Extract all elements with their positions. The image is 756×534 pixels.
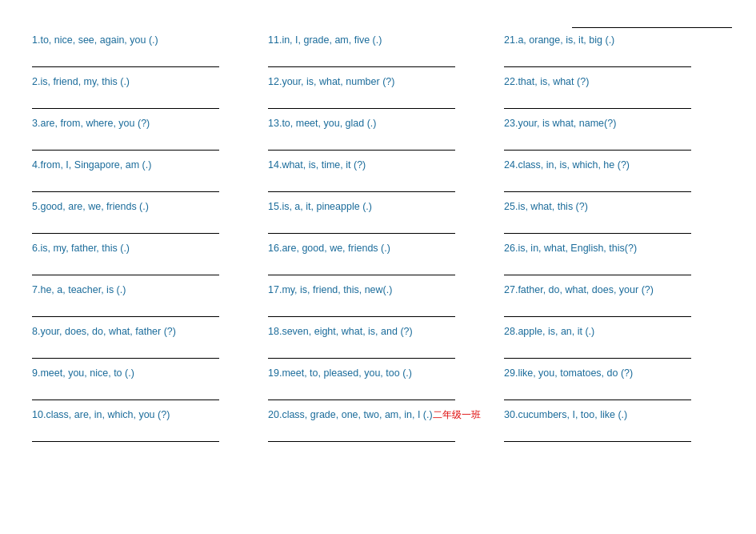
exercise-grid: 1.to, nice, see, again, you (.) 11.in, I…: [24, 30, 732, 447]
item-text: 1.to, nice, see, again, you (.): [32, 34, 252, 48]
answer-line: [504, 316, 691, 317]
item-text: 30.cucumbers, I, too, like (.): [504, 408, 724, 423]
answer-line: [268, 275, 455, 275]
exercise-item: 27.father, do, what, does, your (?): [496, 280, 732, 322]
answer-line: [32, 150, 219, 151]
class-note: 二年级一班: [433, 409, 481, 420]
item-text: 24.class, in, is, which, he (?): [504, 159, 724, 173]
item-text: 4.from, I, Singapore, am (.): [32, 159, 252, 173]
answer-line: [504, 358, 691, 359]
exercise-item: 7.he, a, teacher, is (.): [24, 280, 260, 322]
answer-line: [268, 108, 455, 109]
exercise-item: 9.meet, you, nice, to (.): [24, 363, 260, 405]
answer-line: [32, 108, 219, 109]
item-text: 10.class, are, in, which, you (?): [32, 408, 252, 423]
item-text: 14.what, is, time, it (?): [268, 159, 488, 173]
item-text: 26.is, in, what, English, this(?): [504, 242, 724, 256]
exercise-item: 13.to, meet, you, glad (.): [260, 114, 496, 155]
exercise-item: 12.your, is, what, number (?): [260, 72, 496, 114]
answer-line: [504, 150, 691, 151]
answer-line: [32, 358, 219, 359]
exercise-item: 3.are, from, where, you (?): [24, 114, 260, 155]
answer-line: [504, 275, 691, 275]
answer-line: [268, 150, 455, 151]
answer-line: [268, 316, 455, 317]
answer-line: [32, 233, 219, 234]
exercise-item: 5.good, are, we, friends (.): [24, 197, 260, 239]
item-text: 17.my, is, friend, this, new(.): [268, 283, 488, 298]
exercise-item: 1.to, nice, see, again, you (.): [24, 30, 260, 72]
answer-line: [504, 108, 691, 109]
item-text: 7.he, a, teacher, is (.): [32, 283, 252, 298]
top-right-line: [572, 27, 732, 28]
answer-line: [504, 399, 691, 400]
exercise-item: 19.meet, to, pleased, you, too (.): [260, 363, 496, 405]
answer-line: [32, 275, 219, 275]
answer-line: [32, 66, 219, 67]
item-text: 27.father, do, what, does, your (?): [504, 283, 724, 298]
item-text: 13.to, meet, you, glad (.): [268, 117, 488, 131]
exercise-item: 17.my, is, friend, this, new(.): [260, 280, 496, 322]
answer-line: [268, 66, 455, 67]
item-text: 20.class, grade, one, two, am, in, I (.)…: [268, 408, 488, 423]
exercise-item: 29.like, you, tomatoes, do (?): [496, 363, 732, 405]
answer-line: [504, 441, 691, 442]
exercise-item: 30.cucumbers, I, too, like (.): [496, 405, 732, 447]
exercise-item: 23.your, is what, name(?): [496, 114, 732, 155]
exercise-item: 8.your, does, do, what, father (?): [24, 322, 260, 363]
exercise-item: 25.is, what, this (?): [496, 197, 732, 239]
item-text: 11.in, I, grade, am, five (.): [268, 34, 488, 48]
item-text: 28.apple, is, an, it (.): [504, 325, 724, 339]
item-text: 16.are, good, we, friends (.): [268, 242, 488, 256]
answer-line: [32, 399, 219, 400]
item-text: 2.is, friend, my, this (.): [32, 75, 252, 90]
answer-line: [268, 191, 455, 192]
exercise-item: 15.is, a, it, pineapple (.): [260, 197, 496, 239]
answer-line: [268, 358, 455, 359]
item-text: 18.seven, eight, what, is, and (?): [268, 325, 488, 339]
answer-line: [504, 233, 691, 234]
item-text: 5.good, are, we, friends (.): [32, 200, 252, 215]
exercise-item: 2.is, friend, my, this (.): [24, 72, 260, 114]
exercise-item: 4.from, I, Singapore, am (.): [24, 155, 260, 197]
answer-line: [504, 66, 691, 67]
exercise-item: 10.class, are, in, which, you (?): [24, 405, 260, 447]
item-text: 3.are, from, where, you (?): [32, 117, 252, 131]
answer-line: [32, 191, 219, 192]
exercise-item: 14.what, is, time, it (?): [260, 155, 496, 197]
exercise-item: 24.class, in, is, which, he (?): [496, 155, 732, 197]
answer-line: [32, 316, 219, 317]
exercise-item: 6.is, my, father, this (.): [24, 239, 260, 280]
exercise-item: 16.are, good, we, friends (.): [260, 239, 496, 280]
exercise-item: 20.class, grade, one, two, am, in, I (.)…: [260, 405, 496, 447]
answer-line: [32, 441, 219, 442]
exercise-item: 22.that, is, what (?): [496, 72, 732, 114]
answer-line: [504, 191, 691, 192]
item-text: 19.meet, to, pleased, you, too (.): [268, 367, 488, 381]
answer-line: [268, 441, 455, 442]
answer-line: [268, 233, 455, 234]
item-text: 29.like, you, tomatoes, do (?): [504, 367, 724, 381]
item-text: 25.is, what, this (?): [504, 200, 724, 215]
exercise-item: 28.apple, is, an, it (.): [496, 322, 732, 363]
exercise-item: 26.is, in, what, English, this(?): [496, 239, 732, 280]
item-text: 23.your, is what, name(?): [504, 117, 724, 131]
item-text: 9.meet, you, nice, to (.): [32, 367, 252, 381]
item-text: 22.that, is, what (?): [504, 75, 724, 90]
item-text: 6.is, my, father, this (.): [32, 242, 252, 256]
exercise-item: 11.in, I, grade, am, five (.): [260, 30, 496, 72]
answer-line: [268, 399, 455, 400]
item-text: 15.is, a, it, pineapple (.): [268, 200, 488, 215]
item-text: 21.a, orange, is, it, big (.): [504, 34, 724, 48]
exercise-item: 18.seven, eight, what, is, and (?): [260, 322, 496, 363]
exercise-item: 21.a, orange, is, it, big (.): [496, 30, 732, 72]
item-text: 8.your, does, do, what, father (?): [32, 325, 252, 339]
item-text: 12.your, is, what, number (?): [268, 75, 488, 90]
